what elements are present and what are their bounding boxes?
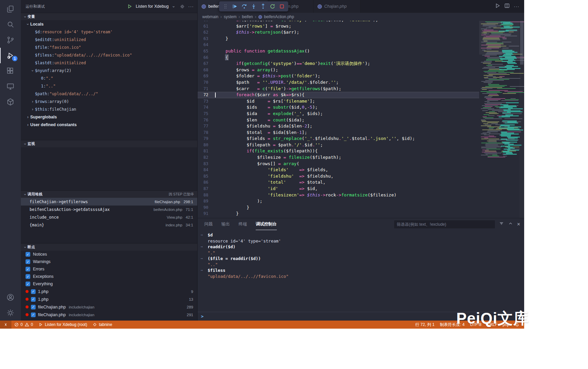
line-number[interactable]: 79	[198, 136, 215, 142]
code-content[interactable]: 60 if($rows)$rows = c('array')->order($r…	[198, 21, 479, 218]
checkbox[interactable]: ✓	[26, 274, 30, 279]
gear-icon[interactable]	[179, 3, 185, 10]
line-number[interactable]: 81	[198, 148, 215, 154]
search-icon[interactable]	[0, 17, 21, 32]
close-panel-icon[interactable]: ×	[517, 222, 520, 227]
code-line-content[interactable]: 'total' => $total,	[215, 179, 479, 186]
code-line-content[interactable]: $arr['rows'] = $rows;	[215, 23, 479, 30]
checkbox[interactable]: ✓	[31, 289, 36, 294]
code-line-content[interactable]: $filesize = filesize($filepath);	[215, 154, 479, 161]
chevron-right-icon[interactable]: ›	[30, 99, 35, 104]
scope-superglobals[interactable]: ›Superglobals	[21, 113, 197, 121]
breakpoint-option-notices[interactable]: ✓Notices	[21, 251, 197, 258]
step-into-icon[interactable]	[249, 2, 258, 10]
account-icon[interactable]	[0, 290, 21, 305]
section-watch[interactable]: › 监视	[21, 140, 197, 147]
scrollbar-thumb[interactable]	[520, 21, 523, 65]
code-line-content[interactable]: $ids = substr($id,0,-5);	[215, 104, 479, 111]
tab-terminal[interactable]: 终端	[239, 218, 247, 230]
code-line-content[interactable]: {	[215, 54, 479, 61]
code-line-content[interactable]: 'id' => $id,	[215, 186, 479, 192]
stack-frame-row[interactable]: include_onceView.php42:1	[21, 213, 197, 221]
line-number[interactable]: 80	[198, 142, 215, 148]
line-number[interactable]: 62	[198, 29, 215, 36]
chevron-down-icon[interactable]: ›	[30, 68, 35, 73]
launch-config-label[interactable]: Listen for Xdebug	[136, 4, 169, 9]
code-line-content[interactable]	[215, 42, 479, 48]
variable-row[interactable]: ›$lastdt: uninitialized	[21, 59, 197, 67]
line-number[interactable]: 76	[198, 117, 215, 123]
stop-icon[interactable]	[278, 2, 286, 10]
remote-explorer-icon[interactable]	[0, 79, 21, 94]
line-number[interactable]: 65	[198, 48, 215, 54]
line-number[interactable]: 77	[198, 123, 215, 130]
start-debug-icon[interactable]	[126, 3, 133, 10]
variable-row[interactable]: ›$filess: "upload/data/../..//favicon.ic…	[21, 51, 197, 59]
line-number[interactable]: 90	[198, 205, 215, 211]
checkbox[interactable]: ✓	[26, 259, 30, 264]
variable-row[interactable]: ›$d: resource id='4' type='stream'	[21, 28, 197, 36]
code-line-content[interactable]: $id = $rs['filename'];	[215, 98, 479, 105]
section-variables[interactable]: › 变量	[21, 13, 197, 20]
line-number[interactable]: 83	[198, 161, 215, 167]
line-number[interactable]: 68	[198, 67, 215, 73]
variable-row[interactable]: ›$path: "upload/data/../../"	[21, 90, 197, 98]
breakpoint-option-everything[interactable]: ✓Everything	[21, 280, 197, 288]
code-line-content[interactable]: foreach($carr as $k=>$rs){	[215, 92, 479, 98]
tab-output[interactable]: 输出	[221, 218, 230, 230]
problems-status[interactable]: 0 0	[11, 321, 36, 329]
checkbox[interactable]: ✓	[31, 305, 36, 309]
code-line-content[interactable]: $len = count($ida);	[215, 117, 479, 123]
run-or-debug-icon[interactable]	[495, 3, 500, 10]
line-number[interactable]: 84	[198, 167, 215, 173]
variable-row[interactable]: ›1: ".."	[21, 82, 197, 90]
checkbox[interactable]: ✓	[31, 297, 36, 302]
breakpoint-option-exceptions[interactable]: ✓Exceptions	[21, 273, 197, 280]
extensions-icon[interactable]	[0, 63, 21, 79]
step-over-icon[interactable]	[240, 2, 249, 10]
line-number[interactable]: 88	[198, 192, 215, 198]
line-number[interactable]: 89	[198, 198, 215, 205]
line-number[interactable]: 91	[198, 211, 215, 217]
chevron-right-icon[interactable]: ›	[30, 107, 35, 112]
tab-chajian-php[interactable]: Chajian.php	[313, 0, 361, 13]
line-number[interactable]: 78	[198, 130, 215, 136]
source-control-icon[interactable]	[0, 32, 21, 48]
minimap[interactable]	[479, 21, 519, 218]
scope-user-defined-constants[interactable]: ›User defined constants	[21, 121, 197, 128]
code-line-content[interactable]: $ida = explode('_', $ids);	[215, 111, 479, 117]
settings-gear-icon[interactable]	[0, 305, 21, 321]
breakpoint-row[interactable]: ✓1.php13	[21, 295, 197, 303]
more-actions-icon[interactable]: ···	[514, 4, 519, 9]
tabnine-status[interactable]: tabnine	[90, 321, 115, 329]
line-number[interactable]: 87	[198, 186, 215, 192]
line-number[interactable]: 82	[198, 154, 215, 161]
breakpoint-row[interactable]: ✓fileChajian.phpinclude/chajian291	[21, 311, 197, 319]
continue-icon[interactable]	[230, 2, 239, 10]
code-line-content[interactable]: $rows = array();	[215, 67, 479, 73]
line-number[interactable]: 86	[198, 179, 215, 186]
breadcrumb-item[interactable]: webmain	[202, 14, 218, 19]
variable-row[interactable]: ›$rows: array(0)	[21, 98, 197, 105]
code-line-content[interactable]: }	[215, 211, 479, 217]
line-number[interactable]: 63	[198, 36, 215, 42]
breakpoint-option-errors[interactable]: ✓Errors	[21, 265, 197, 273]
code-line-content[interactable]: if(getconfig('systype')=='demo')exit('演示…	[215, 61, 479, 67]
line-number[interactable]: 73	[198, 98, 215, 105]
code-line-content[interactable]: 'fieldshu' => $fieldshu,	[215, 173, 479, 180]
code-line-content[interactable]: public function getdatssssAjax()	[215, 48, 479, 54]
breakpoint-row[interactable]: ✓fileChajian.phpinclude/chajian289	[21, 303, 197, 311]
tab-problems[interactable]: 问题	[204, 218, 213, 230]
console-filter-input[interactable]	[394, 220, 495, 228]
tab-debug-console[interactable]: 调试控制台	[256, 218, 277, 230]
variable-row[interactable]: ›$this: fileChajian	[21, 105, 197, 113]
code-line-content[interactable]: if(file_exists($filepath)){	[215, 148, 479, 154]
line-number[interactable]: 64	[198, 42, 215, 48]
code-line-content[interactable]: }	[215, 36, 479, 42]
breakpoint-option-warnings[interactable]: ✓Warnings	[21, 258, 197, 265]
code-line-content[interactable]: );	[215, 198, 479, 205]
line-number[interactable]: 72	[198, 92, 215, 98]
breadcrumb-item[interactable]: beifen	[242, 14, 253, 19]
code-line-content[interactable]: $total = $ida[$len-1];	[215, 130, 479, 136]
line-number[interactable]: 70	[198, 79, 215, 86]
